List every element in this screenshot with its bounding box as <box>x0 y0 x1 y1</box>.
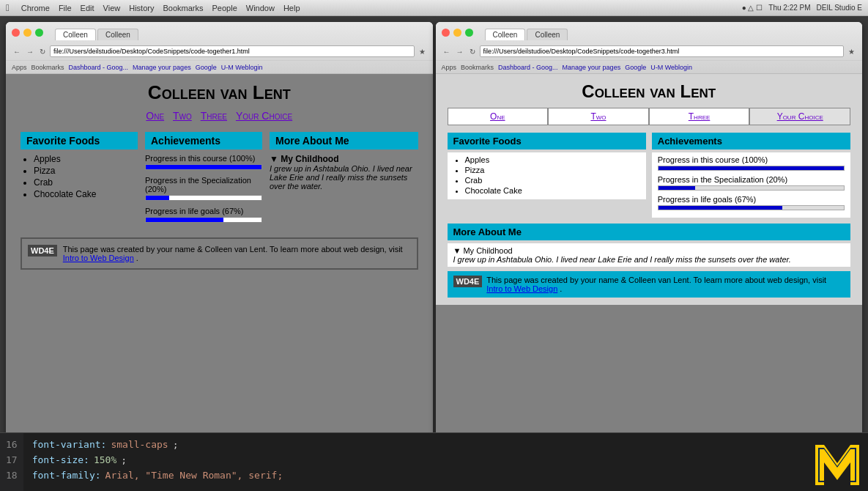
main-area: Colleen Colleen ← → ↻ ★ Apps Bookmarks D… <box>0 16 868 491</box>
browser-window-right: Colleen Colleen ← → ↻ ★ Apps Bookmarks D… <box>436 22 863 485</box>
history-menu[interactable]: History <box>129 4 154 12</box>
wd4e-badge-right: WD4E <box>453 276 483 287</box>
help-menu[interactable]: Help <box>283 4 300 12</box>
code-line-17: font-size: 150% ; <box>32 453 283 468</box>
right-progress3-fill <box>659 206 783 210</box>
apps-bookmark-right[interactable]: Apps <box>442 64 457 71</box>
nav-tabs-right: One Two Three Your Choice <box>448 108 851 125</box>
tab1-left[interactable]: Colleen <box>55 29 96 40</box>
tab2-left[interactable]: Colleen <box>97 29 138 40</box>
dashboard-bookmark[interactable]: Dashboard - Goog... <box>69 64 129 71</box>
right-progress2-fill <box>659 186 696 190</box>
right-progress2-label: Progress in the Specialization (20%) <box>658 175 845 184</box>
apps-bookmark[interactable]: Apps <box>12 64 27 71</box>
code-semi-17: ; <box>121 453 127 468</box>
browser-window-left: Colleen Colleen ← → ↻ ★ Apps Bookmarks D… <box>6 22 433 485</box>
nav-one-left[interactable]: One <box>146 110 164 122</box>
column-achievements: Achievements Progress in this course (10… <box>145 132 262 229</box>
app-name: DEIL Studio E <box>817 4 862 12</box>
mac-toolbar-left:  Chrome File Edit View History Bookmark… <box>6 2 300 13</box>
right-childhood-toggle[interactable]: ▼ My Childhood <box>453 246 845 255</box>
url-input-right[interactable] <box>480 45 845 57</box>
progress1-bar <box>145 164 262 170</box>
list-item: Apples <box>465 155 640 164</box>
url-bar-row-left: ← → ↻ ★ <box>6 43 433 60</box>
tab-two[interactable]: Two <box>548 108 649 125</box>
reload-button-right[interactable]: ↻ <box>468 48 477 56</box>
close-button-right[interactable] <box>442 29 450 37</box>
code-prop-17: font-size: <box>32 453 89 468</box>
google-bookmark[interactable]: Google <box>196 64 217 71</box>
dashboard-bookmark-right[interactable]: Dashboard - Goog... <box>498 64 558 71</box>
progress3-label: Progress in life goals (67%) <box>145 207 262 215</box>
close-button-left[interactable] <box>12 29 20 37</box>
bookmark-star-right[interactable]: ★ <box>847 48 856 56</box>
manage-bookmark-right[interactable]: Manage your pages <box>563 64 621 71</box>
back-button-left[interactable]: ← <box>12 48 22 56</box>
tab-one[interactable]: One <box>448 108 549 125</box>
right-more-content: ▼ My Childhood I grew up in Ashtabula Oh… <box>448 243 851 267</box>
tab-yourchoice[interactable]: Your Choice <box>749 108 850 125</box>
list-item: Pizza <box>465 166 640 174</box>
back-button-right[interactable]: ← <box>442 48 452 56</box>
window-menu[interactable]: Window <box>246 4 275 12</box>
more-header: More About Me <box>270 132 418 149</box>
url-input-left[interactable] <box>50 45 415 57</box>
people-menu[interactable]: People <box>212 4 237 12</box>
code-val-17: 150% <box>94 453 116 468</box>
chrome-menu[interactable]: Chrome <box>21 4 50 12</box>
maximize-button-right[interactable] <box>465 29 473 37</box>
right-progress1-fill <box>659 166 844 170</box>
michigan-logo <box>815 445 859 485</box>
code-prop-16: font-variant: <box>32 438 107 453</box>
right-footer-text: This page was created by your name & Col… <box>486 276 845 293</box>
umweblogin-bookmark[interactable]: U-M Weblogin <box>221 64 263 71</box>
umweblogin-bookmark-right[interactable]: U-M Weblogin <box>650 64 692 71</box>
right-more-header: More About Me <box>448 224 851 240</box>
file-menu[interactable]: File <box>59 4 72 12</box>
minimize-button-right[interactable] <box>453 29 461 37</box>
childhood-text: I grew up in Ashtabula Ohio. I lived nea… <box>270 164 418 191</box>
childhood-toggle[interactable]: ▼ My Childhood <box>270 154 418 164</box>
url-bar-row-right: ← → ↻ ★ <box>436 43 863 60</box>
bookmarks-bookmark-right[interactable]: Bookmarks <box>461 64 494 71</box>
code-line-18: font-family: Arial, "Time New Roman", se… <box>32 468 283 484</box>
line-number-17: 17 <box>6 453 18 468</box>
nav-three-left[interactable]: Three <box>201 110 227 122</box>
bookmarks-bookmark[interactable]: Bookmarks <box>31 64 64 71</box>
view-menu[interactable]: View <box>103 4 121 12</box>
manage-bookmark[interactable]: Manage your pages <box>133 64 191 71</box>
right-footer-link[interactable]: Intro to Web Design <box>486 284 557 293</box>
footer-link-left[interactable]: Intro to Web Design <box>63 254 134 262</box>
page-title-left: Colleen van Lent <box>21 81 418 104</box>
bookmark-star-left[interactable]: ★ <box>418 48 427 56</box>
column-more: More About Me ▼ My Childhood I grew up i… <box>270 132 418 191</box>
edit-menu[interactable]: Edit <box>81 4 94 12</box>
progress1-fill <box>146 165 261 169</box>
maximize-button-left[interactable] <box>35 29 43 37</box>
browser-chrome-left: Colleen Colleen ← → ↻ ★ Apps Bookmarks D… <box>6 22 433 74</box>
right-foods-list: Apples Pizza Crab Chocolate Cake <box>453 155 640 195</box>
tab1-right[interactable]: Colleen <box>485 29 526 40</box>
google-bookmark-right[interactable]: Google <box>625 64 646 71</box>
tab-three[interactable]: Three <box>649 108 750 125</box>
forward-button-right[interactable]: → <box>455 48 465 56</box>
line-number-18: 18 <box>6 468 18 484</box>
list-item: Apples <box>34 154 138 164</box>
two-col-layout: Favorite Foods Apples Pizza Crab Chocola… <box>448 133 851 218</box>
page-title-right: Colleen van Lent <box>448 81 851 102</box>
right-achievements-content: Progress in this course (100%) Progress … <box>652 152 850 218</box>
minimize-button-left[interactable] <box>23 29 31 37</box>
nav-yourchoice-left[interactable]: Your Choice <box>236 110 292 122</box>
list-item: Crab <box>34 177 138 188</box>
forward-button-left[interactable]: → <box>25 48 35 56</box>
nav-two-left[interactable]: Two <box>173 110 192 122</box>
bookmarks-bar-left: Apps Bookmarks Dashboard - Goog... Manag… <box>6 60 433 73</box>
foods-content: Apples Pizza Crab Chocolate Cake <box>21 154 138 199</box>
reload-button-left[interactable]: ↻ <box>38 48 47 56</box>
browsers-container: Colleen Colleen ← → ↻ ★ Apps Bookmarks D… <box>0 16 868 491</box>
achievements-header: Achievements <box>145 132 262 149</box>
tab2-right[interactable]: Colleen <box>527 29 568 40</box>
bookmarks-menu[interactable]: Bookmarks <box>163 4 203 12</box>
mac-toolbar-right: ● △ ☐ Thu 2:22 PM DEIL Studio E <box>742 4 862 12</box>
